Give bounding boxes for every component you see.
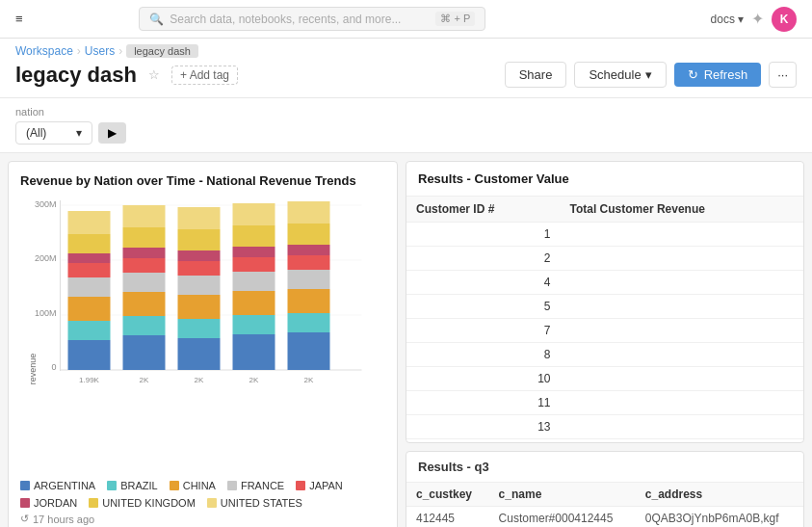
legend-item-jordan: JORDAN xyxy=(20,497,77,509)
chart-panel: Revenue by Nation over Time - National R… xyxy=(8,161,398,527)
legend-item-brazil: BRAZIL xyxy=(107,480,158,491)
caddress: 0QAB3OjYnbP6mA0B,kgf xyxy=(636,507,803,528)
breadcrumb: Workspace › Users › legacy dash xyxy=(0,39,812,58)
legend-label: FRANCE xyxy=(241,480,284,491)
customer-id: 4 xyxy=(406,271,560,295)
svg-rect-23 xyxy=(123,227,166,248)
svg-rect-47 xyxy=(288,224,330,245)
customer-revenue xyxy=(560,247,803,271)
legend-label: JAPAN xyxy=(309,480,343,491)
customer-id: 11 xyxy=(406,391,560,415)
docs-button[interactable]: docs ▾ xyxy=(711,13,744,26)
refresh-icon: ↻ xyxy=(688,67,698,82)
wand-icon[interactable]: ✦ xyxy=(751,10,764,28)
customer-id: 5 xyxy=(406,295,560,319)
avatar[interactable]: K xyxy=(772,7,797,32)
legend-label: CHINA xyxy=(183,480,216,491)
schedule-button[interactable]: Schedule ▾ xyxy=(574,62,666,88)
table-row: 8 xyxy=(406,343,803,367)
custkey: 412445 xyxy=(406,507,489,528)
svg-rect-37 xyxy=(233,257,275,272)
svg-rect-18 xyxy=(123,316,166,335)
main-content: Revenue by Nation over Time - National R… xyxy=(0,153,812,527)
customer-revenue xyxy=(560,367,803,391)
results-customer-header: Results - Customer Value xyxy=(406,162,803,197)
customer-revenue xyxy=(560,295,803,319)
table-row: 2 xyxy=(406,247,803,271)
filter-apply-button[interactable]: ▶ xyxy=(98,122,126,144)
filter-bar: nation (All) ▾ ▶ xyxy=(0,98,812,153)
svg-rect-46 xyxy=(288,245,330,255)
customer-id: 14 xyxy=(406,439,560,443)
search-icon: 🔍 xyxy=(149,13,164,26)
share-button[interactable]: Share xyxy=(505,62,567,88)
svg-rect-14 xyxy=(68,253,111,263)
breadcrumb-workspace[interactable]: Workspace xyxy=(15,44,73,58)
nation-select[interactable]: (All) ▾ xyxy=(15,121,92,145)
table-row: 14 xyxy=(406,439,803,443)
page-header: legacy dash ☆ + Add tag Share Schedule ▾… xyxy=(0,58,812,98)
svg-text:2K: 2K xyxy=(249,376,259,384)
chart-legend: ARGENTINA BRAZIL CHINA FRANCE JAPAN JORD… xyxy=(20,480,385,509)
table-row: 412445Customer#0004124450QAB3OjYnbP6mA0B… xyxy=(406,507,803,528)
legend-item-argentina: ARGENTINA xyxy=(20,480,95,491)
breadcrumb-users[interactable]: Users xyxy=(85,44,115,58)
page-title: legacy dash xyxy=(15,63,137,88)
star-icon[interactable]: ☆ xyxy=(144,66,164,85)
filter-label: nation xyxy=(15,106,797,118)
svg-rect-20 xyxy=(123,273,166,292)
breadcrumb-current: legacy dash xyxy=(126,44,198,58)
table-row: 1 xyxy=(406,223,803,247)
filter-select: (All) ▾ ▶ xyxy=(15,121,797,145)
customer-id: 2 xyxy=(406,247,560,271)
customer-id: 8 xyxy=(406,343,560,367)
results-q3-table[interactable]: c_custkey c_name c_address 412445Custome… xyxy=(406,483,803,527)
svg-rect-41 xyxy=(288,332,330,370)
svg-rect-30 xyxy=(178,250,221,261)
select-value: (All) xyxy=(26,126,46,140)
chart-timestamp: ↺ 17 hours ago xyxy=(20,513,385,525)
add-tag-button[interactable]: + Add tag xyxy=(171,66,238,85)
customer-revenue xyxy=(560,319,803,343)
search-placeholder: Search data, notebooks, recents, and mor… xyxy=(170,13,401,26)
svg-rect-45 xyxy=(288,255,330,270)
col-caddress: c_address xyxy=(636,483,803,507)
customer-id: 1 xyxy=(406,223,560,247)
svg-text:revenue: revenue xyxy=(28,354,38,385)
svg-rect-21 xyxy=(123,258,166,273)
svg-rect-17 xyxy=(123,335,166,370)
svg-rect-28 xyxy=(178,276,221,295)
results-customer-table[interactable]: Customer ID # Total Customer Revenue 124… xyxy=(406,197,803,442)
results-customer-panel: Results - Customer Value Customer ID # T… xyxy=(406,161,804,443)
svg-text:0: 0 xyxy=(51,362,56,372)
customer-id: 10 xyxy=(406,367,560,391)
svg-rect-44 xyxy=(288,270,330,289)
refresh-button[interactable]: ↻ Refresh xyxy=(674,63,762,87)
chevron-down-icon: ▾ xyxy=(738,13,744,26)
svg-rect-19 xyxy=(123,292,166,316)
svg-rect-25 xyxy=(178,338,221,370)
customer-revenue xyxy=(560,343,803,367)
svg-text:1.99K: 1.99K xyxy=(79,376,100,384)
cname: Customer#000412445 xyxy=(489,507,636,528)
svg-rect-31 xyxy=(178,229,221,250)
customer-id: 13 xyxy=(406,415,560,439)
legend-item-uk: UNITED KINGDOM xyxy=(89,497,196,509)
svg-rect-11 xyxy=(68,297,111,321)
svg-rect-22 xyxy=(123,248,166,258)
svg-rect-9 xyxy=(68,340,111,370)
svg-rect-38 xyxy=(233,247,275,257)
search-bar[interactable]: 🔍 Search data, notebooks, recents, and m… xyxy=(139,7,485,31)
svg-rect-32 xyxy=(178,207,221,229)
more-button[interactable]: ··· xyxy=(769,62,797,88)
svg-rect-42 xyxy=(288,313,330,332)
svg-rect-33 xyxy=(233,334,275,370)
svg-text:year: year xyxy=(204,385,222,388)
svg-rect-13 xyxy=(68,263,111,277)
nav-logo: ≡ xyxy=(15,12,23,26)
customer-revenue xyxy=(560,391,803,415)
table-row: 5 xyxy=(406,295,803,319)
search-shortcut: ⌘ + P xyxy=(435,12,475,26)
legend-item-us: UNITED STATES xyxy=(207,497,302,509)
top-nav: ≡ 🔍 Search data, notebooks, recents, and… xyxy=(0,0,812,39)
